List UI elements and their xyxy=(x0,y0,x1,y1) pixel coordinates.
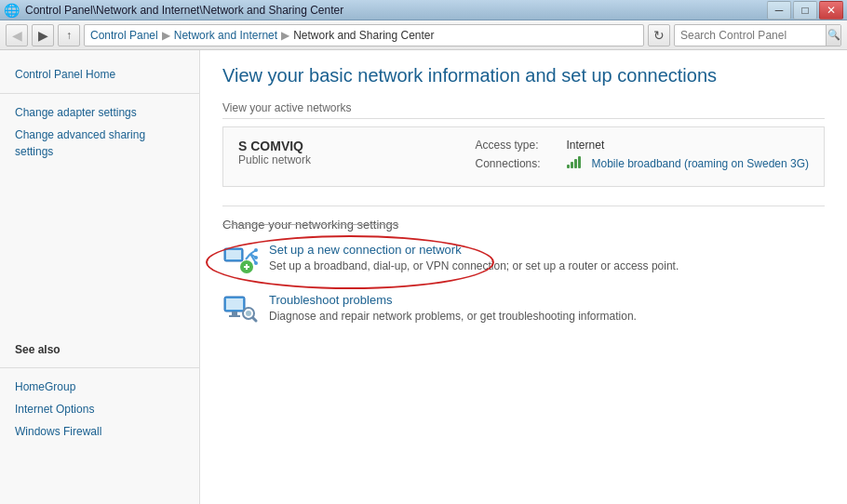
nav-bar: ◀ ▶ ↑ Control Panel ▶ Network and Intern… xyxy=(0,20,847,50)
search-input[interactable] xyxy=(675,29,826,42)
connections-label: Connections: xyxy=(476,157,559,170)
svg-point-6 xyxy=(254,256,258,259)
new-connection-desc: Set up a broadband, dial-up, or VPN conn… xyxy=(269,259,679,272)
sidebar-item-windows-firewall[interactable]: Windows Firewall xyxy=(0,420,199,443)
troubleshoot-text: Troubleshoot problems Diagnose and repai… xyxy=(269,293,825,325)
new-connection-link[interactable]: Set up a new connection or network xyxy=(269,243,825,257)
access-type-row: Access type: Internet xyxy=(476,139,809,152)
svg-line-2 xyxy=(246,254,250,259)
breadcrumb-control-panel[interactable]: Control Panel xyxy=(90,29,158,42)
change-settings-label: Change your networking settings xyxy=(222,218,825,232)
title-bar-text: Control Panel\Network and Internet\Netwo… xyxy=(25,4,343,17)
connections-row: Connections: Mobile broadband (roaming o… xyxy=(476,155,809,171)
title-bar-icon: 🌐 xyxy=(4,3,20,18)
svg-rect-11 xyxy=(246,264,248,270)
refresh-button[interactable]: ↻ xyxy=(648,24,670,46)
breadcrumb: Control Panel ▶ Network and Internet ▶ N… xyxy=(84,24,644,46)
signal-icon xyxy=(567,155,585,171)
svg-rect-13 xyxy=(226,298,243,310)
svg-rect-15 xyxy=(229,315,240,317)
network-info: S COMVIQ Public network xyxy=(238,139,453,166)
svg-point-17 xyxy=(246,311,251,316)
maximize-button[interactable]: □ xyxy=(793,1,817,20)
sidebar-item-change-adapter[interactable]: Change adapter settings xyxy=(0,101,199,124)
access-info: Access type: Internet Connections: Mobil… xyxy=(476,139,809,175)
connections-value[interactable]: Mobile broadband (roaming on Sweden 3G) xyxy=(592,157,809,170)
access-type-label: Access type: xyxy=(476,139,559,152)
sidebar-separator xyxy=(0,93,199,94)
sidebar-item-homegroup[interactable]: HomeGroup xyxy=(0,376,199,398)
content-area: View your basic network information and … xyxy=(200,50,847,504)
up-button[interactable]: ↑ xyxy=(58,24,80,46)
access-type-value: Internet xyxy=(567,139,605,152)
search-button[interactable]: 🔍 xyxy=(826,25,840,46)
back-button[interactable]: ◀ xyxy=(6,24,28,46)
troubleshoot-icon xyxy=(222,293,258,328)
close-button[interactable]: ✕ xyxy=(819,1,843,20)
section-divider xyxy=(222,206,825,206)
sidebar-item-advanced-sharing[interactable]: Change advanced sharing settings xyxy=(0,124,199,163)
title-bar-buttons: ─ □ ✕ xyxy=(767,1,843,20)
breadcrumb-network-internet[interactable]: Network and Internet xyxy=(174,29,277,42)
svg-point-4 xyxy=(254,248,258,252)
page-title: View your basic network information and … xyxy=(222,65,825,86)
troubleshoot-desc: Diagnose and repair network problems, or… xyxy=(269,310,637,323)
troubleshoot-link[interactable]: Troubleshoot problems xyxy=(269,293,825,307)
svg-line-18 xyxy=(253,318,256,321)
active-networks-label: View your active networks xyxy=(222,101,825,119)
main-container: Control Panel Home Change adapter settin… xyxy=(0,50,847,504)
sidebar-item-internet-options[interactable]: Internet Options xyxy=(0,398,199,420)
new-connection-item: Set up a new connection or network Set u… xyxy=(222,243,825,278)
active-networks-box: S COMVIQ Public network Access type: Int… xyxy=(222,126,825,187)
new-connection-icon xyxy=(222,243,258,278)
minimize-button[interactable]: ─ xyxy=(767,1,791,20)
forward-button[interactable]: ▶ xyxy=(32,24,54,46)
new-connection-text: Set up a new connection or network Set u… xyxy=(269,243,825,274)
sidebar-item-control-panel-home[interactable]: Control Panel Home xyxy=(0,63,199,86)
sidebar: Control Panel Home Change adapter settin… xyxy=(0,50,200,504)
troubleshoot-item: Troubleshoot problems Diagnose and repai… xyxy=(222,293,825,328)
breadcrumb-current: Network and Sharing Center xyxy=(293,29,434,42)
title-bar: 🌐 Control Panel\Network and Internet\Net… xyxy=(0,0,847,20)
network-name: S COMVIQ xyxy=(238,139,453,153)
search-bar: 🔍 xyxy=(674,24,841,46)
see-also-separator xyxy=(0,367,199,368)
network-type: Public network xyxy=(238,153,453,166)
see-also-title: See also xyxy=(0,330,199,360)
svg-rect-14 xyxy=(232,312,237,315)
svg-point-8 xyxy=(254,261,258,265)
svg-rect-1 xyxy=(226,250,241,259)
